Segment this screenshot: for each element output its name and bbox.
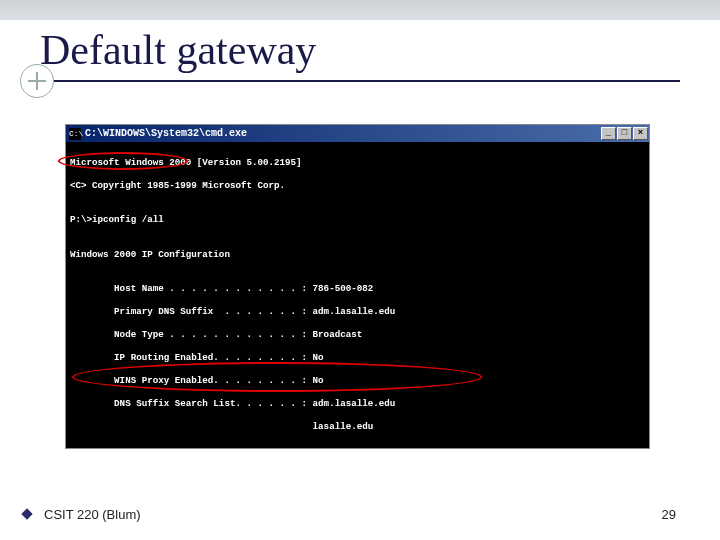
slide-number: 29 [662, 507, 676, 522]
window-title-text: C:\WINDOWS\System32\cmd.exe [85, 128, 247, 139]
window-titlebar: C:\ C:\WINDOWS\System32\cmd.exe _ □ × [66, 125, 649, 142]
console-line: P:\>ipconfig /all [70, 214, 645, 226]
cmd-icon: C:\ [69, 128, 81, 140]
title-underline [40, 80, 680, 82]
console-line: IP Routing Enabled. . . . . . . . : No [70, 352, 645, 364]
corner-decoration [20, 64, 54, 98]
console-line: WINS Proxy Enabled. . . . . . . . : No [70, 375, 645, 387]
cmd-window: C:\ C:\WINDOWS\System32\cmd.exe _ □ × Mi… [65, 124, 650, 449]
footer-decoration [21, 508, 32, 519]
minimize-button[interactable]: _ [601, 127, 616, 140]
console-line: DNS Suffix Search List. . . . . . : adm.… [70, 398, 645, 410]
maximize-button[interactable]: □ [617, 127, 632, 140]
console-line: lasalle.edu [70, 421, 645, 433]
footer-left: CSIT 220 (Blum) [44, 507, 141, 522]
console-line: Node Type . . . . . . . . . . . . : Broa… [70, 329, 645, 341]
console-line: Microsoft Windows 2000 [Version 5.00.219… [70, 157, 645, 169]
slide-title: Default gateway [40, 26, 316, 74]
console-output: Microsoft Windows 2000 [Version 5.00.219… [66, 142, 649, 448]
slide-frame-top [0, 0, 720, 20]
console-line: <C> Copyright 1985-1999 Microsoft Corp. [70, 180, 645, 192]
close-button[interactable]: × [633, 127, 648, 140]
console-line: Host Name . . . . . . . . . . . . : 786-… [70, 283, 645, 295]
console-line: Primary DNS Suffix . . . . . . . : adm.l… [70, 306, 645, 318]
console-line: Windows 2000 IP Configuration [70, 249, 645, 261]
